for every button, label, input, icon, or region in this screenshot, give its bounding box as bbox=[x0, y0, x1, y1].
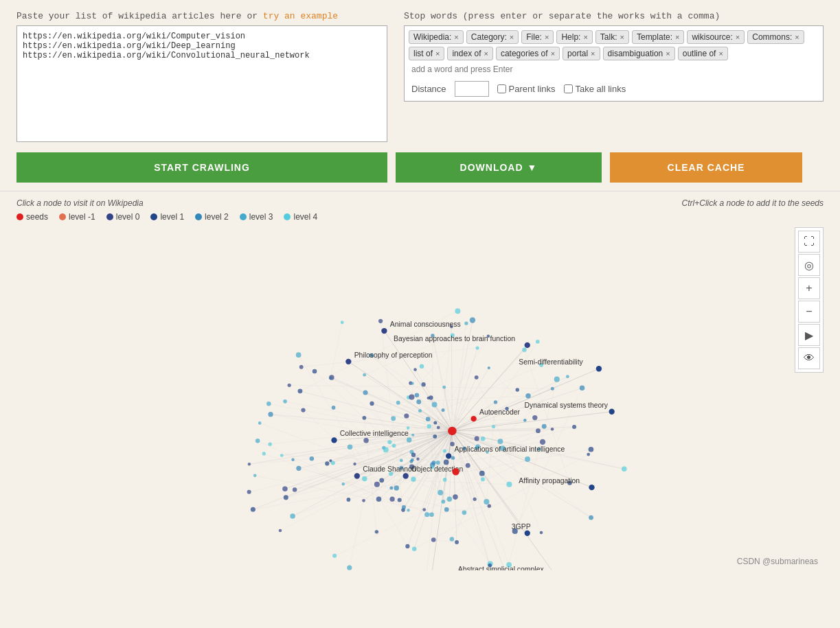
take-all-links-checkbox[interactable] bbox=[564, 84, 573, 93]
bg-node[interactable] bbox=[378, 319, 383, 323]
bg-node[interactable] bbox=[332, 554, 337, 558]
bg-node[interactable] bbox=[256, 439, 260, 443]
bg-node[interactable] bbox=[363, 390, 367, 395]
bg-node[interactable] bbox=[310, 456, 314, 461]
named-node[interactable] bbox=[331, 437, 337, 443]
bg-node[interactable] bbox=[379, 478, 384, 482]
bg-node[interactable] bbox=[347, 498, 351, 502]
bg-node[interactable] bbox=[290, 513, 295, 519]
bg-node[interactable] bbox=[540, 439, 545, 445]
bg-node[interactable] bbox=[431, 461, 435, 465]
bg-node[interactable] bbox=[525, 393, 531, 399]
bg-node[interactable] bbox=[451, 334, 455, 338]
bg-node[interactable] bbox=[475, 375, 479, 380]
bg-node[interactable] bbox=[398, 498, 402, 502]
bg-node[interactable] bbox=[450, 442, 454, 446]
named-node[interactable] bbox=[470, 416, 476, 421]
bg-node[interactable] bbox=[522, 347, 526, 351]
bg-node[interactable] bbox=[451, 456, 455, 459]
named-node[interactable] bbox=[609, 409, 615, 415]
bg-node[interactable] bbox=[375, 530, 378, 533]
bg-node[interactable] bbox=[331, 461, 335, 465]
remove-tag-button[interactable]: × bbox=[795, 33, 799, 41]
named-node[interactable] bbox=[381, 328, 387, 334]
bg-node[interactable] bbox=[293, 487, 297, 491]
bg-node[interactable] bbox=[283, 399, 287, 404]
bg-node[interactable] bbox=[342, 482, 345, 485]
remove-tag-button[interactable]: × bbox=[736, 33, 740, 41]
bg-node[interactable] bbox=[554, 377, 560, 382]
bg-node[interactable] bbox=[411, 477, 416, 482]
bg-node[interactable] bbox=[251, 507, 256, 512]
bg-node[interactable] bbox=[587, 453, 590, 456]
bg-node[interactable] bbox=[431, 466, 434, 469]
articles-textarea[interactable]: https://en.wikipedia.org/wiki/Computer_v… bbox=[16, 25, 387, 142]
bg-node[interactable] bbox=[506, 482, 512, 487]
bg-node[interactable] bbox=[329, 375, 334, 380]
remove-tag-button[interactable]: × bbox=[583, 33, 587, 41]
bg-node[interactable] bbox=[487, 335, 490, 338]
bg-node[interactable] bbox=[284, 495, 288, 500]
tag-input[interactable] bbox=[409, 63, 819, 75]
play-button[interactable]: ▶ bbox=[798, 324, 820, 346]
bg-node[interactable] bbox=[442, 408, 445, 412]
zoom-in-button[interactable]: + bbox=[798, 277, 820, 299]
bg-node[interactable] bbox=[481, 477, 485, 481]
bg-node[interactable] bbox=[542, 424, 547, 429]
bg-node[interactable] bbox=[313, 369, 317, 374]
seed-node[interactable] bbox=[448, 427, 457, 436]
bg-node[interactable] bbox=[325, 461, 329, 465]
bg-node[interactable] bbox=[389, 487, 393, 490]
bg-node[interactable] bbox=[444, 460, 449, 465]
bg-node[interactable] bbox=[622, 466, 627, 472]
bg-node[interactable] bbox=[416, 458, 419, 461]
bg-node[interactable] bbox=[539, 363, 543, 367]
take-all-links-label[interactable]: Take all links bbox=[564, 84, 626, 94]
bg-node[interactable] bbox=[580, 386, 585, 391]
bg-node[interactable] bbox=[479, 471, 485, 476]
bg-node[interactable] bbox=[488, 563, 492, 568]
bg-node[interactable] bbox=[332, 406, 336, 410]
bg-node[interactable] bbox=[506, 562, 512, 568]
bg-node[interactable] bbox=[436, 461, 440, 465]
bg-node[interactable] bbox=[437, 426, 440, 429]
remove-tag-button[interactable]: × bbox=[675, 33, 679, 41]
bg-node[interactable] bbox=[411, 453, 416, 457]
bg-node[interactable] bbox=[418, 409, 422, 412]
bg-node[interactable] bbox=[262, 452, 266, 455]
bg-node[interactable] bbox=[462, 511, 467, 515]
bg-node[interactable] bbox=[383, 447, 389, 452]
bg-node[interactable] bbox=[399, 466, 403, 470]
bg-node[interactable] bbox=[362, 499, 365, 502]
parent-links-checkbox[interactable] bbox=[497, 84, 506, 93]
bg-node[interactable] bbox=[409, 394, 414, 399]
bg-node[interactable] bbox=[447, 497, 453, 502]
start-crawling-button[interactable]: START CRAWLING bbox=[16, 152, 387, 183]
bg-node[interactable] bbox=[389, 472, 393, 476]
bg-node[interactable] bbox=[551, 428, 554, 431]
remove-tag-button[interactable]: × bbox=[510, 33, 514, 41]
bg-node[interactable] bbox=[429, 512, 434, 517]
named-node[interactable] bbox=[446, 453, 451, 458]
remove-tag-button[interactable]: × bbox=[718, 49, 723, 58]
bg-node[interactable] bbox=[301, 408, 305, 412]
bg-node[interactable] bbox=[347, 566, 352, 570]
bg-node[interactable] bbox=[427, 424, 431, 428]
bg-node[interactable] bbox=[433, 434, 437, 439]
remove-tag-button[interactable]: × bbox=[620, 33, 624, 41]
bg-node[interactable] bbox=[296, 352, 302, 358]
bg-node[interactable] bbox=[438, 490, 443, 496]
bg-node[interactable] bbox=[421, 382, 425, 386]
bg-node[interactable] bbox=[363, 373, 366, 377]
bg-node[interactable] bbox=[248, 463, 251, 465]
bg-node[interactable] bbox=[374, 482, 380, 487]
download-button[interactable]: DOWNLOAD ▼ bbox=[396, 152, 602, 183]
bg-node[interactable] bbox=[525, 456, 530, 462]
bg-node[interactable] bbox=[476, 347, 479, 350]
graph-canvas[interactable]: Animal consciousnessBayesian approaches … bbox=[16, 227, 824, 570]
bg-node[interactable] bbox=[268, 412, 273, 417]
network-svg[interactable]: Animal consciousnessBayesian approaches … bbox=[16, 227, 824, 570]
bg-node[interactable] bbox=[402, 505, 406, 509]
named-node[interactable] bbox=[596, 366, 602, 371]
bg-node[interactable] bbox=[282, 487, 288, 492]
